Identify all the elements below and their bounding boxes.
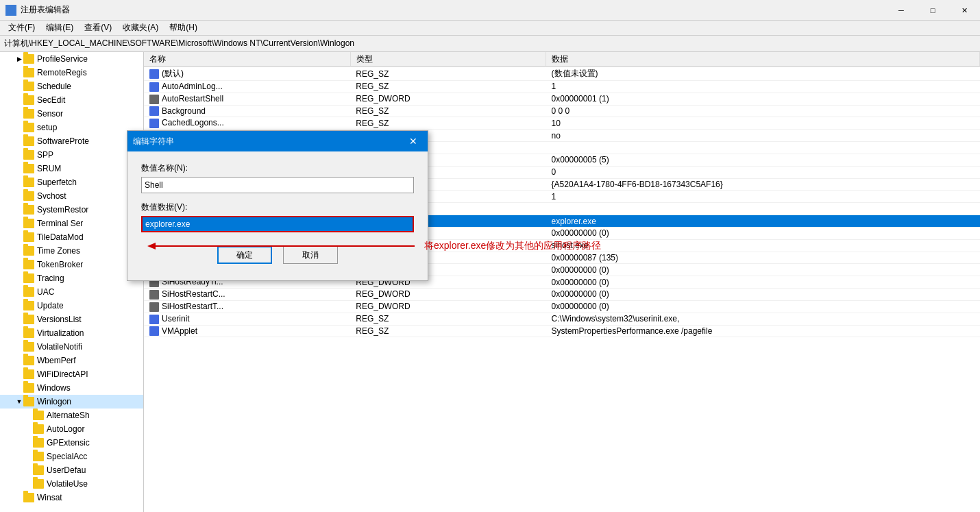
table-row[interactable]: BackgroundREG_SZ0 0 0 — [144, 105, 980, 117]
folder-icon — [23, 273, 34, 283]
edit-string-dialog: 编辑字符串 ✕ 数值名称(N): 数值数据(V): 确定 取消 — [127, 130, 428, 281]
folder-icon — [33, 479, 44, 489]
tree-item[interactable]: GPExtensic — [0, 436, 143, 450]
tree-item[interactable]: VolatileUse — [0, 477, 143, 491]
tree-item[interactable]: VolatileNotifi — [0, 340, 143, 354]
tree-item[interactable]: TileDataMod — [0, 230, 143, 244]
reg-type: REG_SZ — [350, 105, 546, 117]
tree-item[interactable]: SPP — [0, 148, 143, 162]
table-row[interactable]: AutoRestartShellREG_DWORD0x00000001 (1) — [144, 93, 980, 105]
tree-item[interactable]: Tracing — [0, 271, 143, 285]
tree-item[interactable]: WiFiDirectAPI — [0, 367, 143, 381]
tree-item[interactable]: setup — [0, 121, 143, 134]
tree-item[interactable]: AlternateSh — [0, 409, 143, 422]
tree-item-label: SecEdit — [37, 95, 65, 105]
reg-data: 0x00000005 (5) — [546, 154, 980, 166]
tree-item[interactable]: Virtualization — [0, 326, 143, 340]
reg-name: CachedLogons... — [144, 117, 350, 130]
table-row[interactable]: SiHostRestartT...REG_DWORD0x00000000 (0) — [144, 300, 980, 313]
ok-button[interactable]: 确定 — [217, 246, 272, 264]
folder-icon — [23, 301, 34, 310]
tree-item[interactable]: VersionsList — [0, 313, 143, 326]
tree-item-label: WbemPerf — [37, 356, 76, 365]
cancel-button[interactable]: 取消 — [283, 246, 338, 264]
tree-item-label: UserDefau — [47, 465, 86, 475]
tree-item[interactable]: SoftwareProte — [0, 134, 143, 148]
tree-item[interactable]: UAC — [0, 285, 143, 299]
tree-item-label: VersionsList — [37, 315, 82, 324]
menu-file[interactable]: 文件(F) — [3, 21, 40, 35]
menu-help[interactable]: 帮助(H) — [164, 21, 203, 35]
tree-item[interactable]: UserDefau — [0, 463, 143, 477]
name-input[interactable] — [141, 177, 414, 193]
tree-item[interactable]: Windows — [0, 381, 143, 395]
tree-item[interactable]: AutoLogor — [0, 422, 143, 436]
tree-item[interactable]: SystemRestor — [0, 203, 143, 217]
table-row[interactable]: AutoAdminLog...REG_SZ1 — [144, 81, 980, 93]
close-button[interactable]: ✕ — [948, 0, 980, 21]
folder-icon — [23, 397, 34, 406]
reg-data: explorer.exe — [546, 215, 980, 228]
menu-view[interactable]: 查看(V) — [79, 21, 117, 35]
folder-icon — [23, 95, 34, 105]
tree-item[interactable]: Svchost — [0, 189, 143, 203]
tree-item-label: AlternateSh — [47, 411, 90, 420]
tree-item[interactable]: WbemPerf — [0, 354, 143, 367]
tree-item[interactable]: Sensor — [0, 107, 143, 121]
tree-item[interactable]: ▶ProfileService — [0, 52, 143, 66]
tree-item[interactable]: Terminal Ser — [0, 217, 143, 230]
maximize-button[interactable]: □ — [917, 0, 948, 21]
dialog-title-bar: 编辑字符串 ✕ — [127, 131, 428, 151]
folder-icon — [23, 287, 34, 297]
registry-panel[interactable]: 名称 类型 数据 (默认)REG_SZ(数值未设置)AutoAdminLog..… — [144, 52, 980, 512]
table-row[interactable]: (默认)REG_SZ(数值未设置) — [144, 67, 980, 81]
reg-name: AutoRestartShell — [144, 93, 350, 105]
folder-icon — [23, 205, 34, 215]
tree-item-label: Update — [37, 301, 64, 310]
reg-name: AutoAdminLog... — [144, 81, 350, 93]
col-name: 名称 — [144, 52, 350, 67]
dialog-close-button[interactable]: ✕ — [404, 134, 422, 148]
tree-item[interactable]: Schedule — [0, 80, 143, 93]
folder-icon — [23, 246, 34, 256]
tree-item-label: TileDataMod — [37, 232, 84, 242]
table-row[interactable]: SiHostRestartC...REG_DWORD0x00000000 (0) — [144, 289, 980, 301]
tree-item[interactable]: Winsat — [0, 491, 143, 504]
menu-edit[interactable]: 编辑(E) — [40, 21, 79, 35]
folder-icon — [23, 82, 34, 91]
folder-icon — [23, 328, 34, 338]
registry-tree[interactable]: ▶ProfileServiceRemoteRegisScheduleSecEdi… — [0, 52, 144, 512]
tree-item-label: RemoteRegis — [37, 68, 87, 77]
minimize-button[interactable]: ─ — [885, 0, 917, 21]
reg-data: 0x00000000 (0) — [546, 289, 980, 301]
tree-item[interactable]: RemoteRegis — [0, 66, 143, 80]
menu-favorites[interactable]: 收藏夹(A) — [117, 21, 164, 35]
tree-item-label: setup — [37, 123, 57, 132]
folder-icon — [23, 369, 34, 379]
value-input[interactable] — [141, 216, 414, 232]
tree-item[interactable]: SecEdit — [0, 93, 143, 107]
sz-icon — [149, 315, 159, 324]
tree-item-label: Winlogon — [37, 397, 71, 406]
col-type: 类型 — [350, 52, 546, 67]
table-row[interactable]: UserinitREG_SZC:\Windows\system32\userin… — [144, 313, 980, 325]
folder-icon — [23, 178, 34, 187]
reg-data: no — [546, 130, 980, 142]
tree-item[interactable]: ▼Winlogon — [0, 395, 143, 409]
reg-type: REG_SZ — [350, 117, 546, 130]
tree-item[interactable]: Update — [0, 299, 143, 313]
tree-item[interactable]: SpecialAcc — [0, 450, 143, 463]
tree-item-label: SpecialAcc — [47, 452, 87, 461]
menu-bar: 文件(F) 编辑(E) 查看(V) 收藏夹(A) 帮助(H) — [0, 21, 980, 36]
dialog-title: 编辑字符串 — [133, 136, 174, 147]
tree-item[interactable]: SRUM — [0, 162, 143, 175]
tree-item[interactable]: Superfetch — [0, 175, 143, 189]
sz-icon — [149, 119, 159, 128]
tree-item[interactable]: TokenBroker — [0, 258, 143, 271]
tree-item-label: VolatileUse — [47, 479, 88, 489]
reg-data: 1 — [546, 81, 980, 93]
tree-item[interactable]: Time Zones — [0, 244, 143, 258]
folder-icon — [23, 191, 34, 201]
table-row[interactable]: VMAppletREG_SZSystemPropertiesPerformanc… — [144, 325, 980, 337]
table-row[interactable]: CachedLogons...REG_SZ10 — [144, 117, 980, 130]
